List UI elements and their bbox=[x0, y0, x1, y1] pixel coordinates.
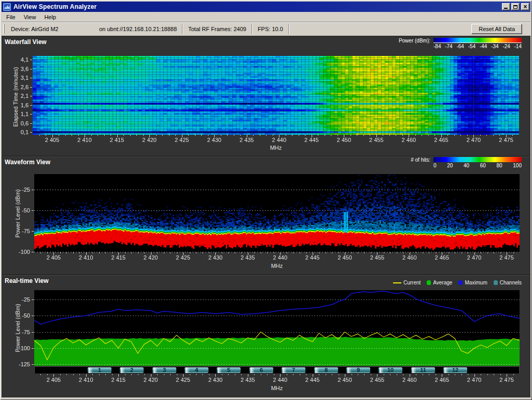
channel-number: 12 bbox=[443, 367, 467, 373]
channel-number: 11 bbox=[411, 367, 435, 373]
total-frames-label: Total RF Frames: 2409 bbox=[184, 26, 250, 32]
y-tick-label: -100 bbox=[2, 345, 30, 351]
realtime-x-axis-unit: MHz bbox=[261, 385, 292, 391]
y-tick-mark bbox=[32, 332, 34, 333]
x-tick-label: 2 420 bbox=[135, 254, 166, 261]
x-tick-label: 2 460 bbox=[394, 254, 425, 261]
y-tick-mark bbox=[32, 364, 34, 365]
hits-tick-label: 60 bbox=[480, 163, 486, 168]
x-tick-label: 2 450 bbox=[328, 137, 359, 143]
power-tick-label: -74 bbox=[445, 44, 452, 49]
x-tick-label: 2 450 bbox=[329, 377, 360, 383]
x-tick-label: 2 465 bbox=[426, 377, 457, 383]
maximize-button[interactable] bbox=[511, 3, 520, 10]
menu-bar: FileViewHelp bbox=[2, 12, 530, 22]
toolbar-separator bbox=[288, 24, 289, 34]
x-tick-label: 2 465 bbox=[426, 254, 457, 261]
channel-number: 2 bbox=[120, 367, 144, 373]
x-tick-label: 2 445 bbox=[296, 137, 327, 143]
y-tick-label: -75 bbox=[2, 329, 30, 335]
hits-gradient-ticks: 020406080100 bbox=[433, 163, 522, 168]
wifi-channel-1: 1 bbox=[88, 367, 111, 373]
reset-all-data-button[interactable]: Reset All Data bbox=[471, 24, 522, 34]
x-tick-label: 2 445 bbox=[297, 377, 328, 383]
channel-number: 9 bbox=[346, 367, 370, 373]
wifi-channel-11: 11 bbox=[411, 367, 435, 373]
x-tick-label: 2 475 bbox=[491, 254, 522, 261]
channel-number: 4 bbox=[185, 367, 208, 373]
x-tick-label: 2 455 bbox=[361, 254, 393, 261]
wifi-channel-5: 5 bbox=[217, 367, 241, 373]
x-tick-label: 2 470 bbox=[459, 254, 490, 261]
menu-item-file[interactable]: File bbox=[2, 13, 20, 21]
title-bar: AirView Spectrum Analyzer × bbox=[2, 2, 530, 12]
waterfall-view-panel: Waterfall View Power (dBm): -84-74-64-54… bbox=[2, 36, 530, 156]
channel-number: 8 bbox=[314, 367, 338, 373]
hits-tick-label: 0 bbox=[433, 163, 437, 168]
y-tick-mark bbox=[30, 114, 32, 115]
channel-number: 3 bbox=[152, 367, 176, 373]
x-tick-label: 2 410 bbox=[71, 377, 102, 383]
legend-item-average: Average bbox=[427, 280, 452, 285]
x-tick-label: 2 425 bbox=[166, 137, 198, 143]
realtime-legend: CurrentAverageMaximumChannels bbox=[393, 280, 522, 285]
power-gradient-ticks: -84-74-64-54-44-34-24-14 bbox=[433, 44, 522, 49]
y-tick-mark bbox=[30, 105, 32, 106]
x-tick-label: 2 460 bbox=[394, 377, 425, 383]
power-tick-label: -24 bbox=[502, 44, 510, 49]
power-tick-label: -34 bbox=[491, 44, 498, 49]
x-tick-label: 2 415 bbox=[102, 137, 133, 143]
toolbar-gripper[interactable] bbox=[3, 24, 5, 34]
hits-colorbar-legend: # of hits: 020406080100 bbox=[411, 157, 522, 168]
channel-number: 7 bbox=[282, 367, 305, 373]
y-tick-mark bbox=[32, 252, 34, 252]
y-tick-mark bbox=[32, 231, 34, 232]
wifi-channel-10: 10 bbox=[379, 367, 402, 373]
x-tick-label: 2 470 bbox=[459, 377, 490, 383]
menu-item-help[interactable]: Help bbox=[40, 13, 60, 21]
hits-tick-label: 40 bbox=[464, 163, 469, 168]
x-tick-label: 2 420 bbox=[134, 137, 165, 143]
device-status: Device: AirGrid M2 on ubnt://192.168.10.… bbox=[7, 26, 181, 32]
x-tick-label: 2 460 bbox=[393, 137, 424, 143]
hits-tick-label: 20 bbox=[447, 163, 453, 168]
channel-number: 5 bbox=[217, 367, 241, 373]
minimize-button[interactable] bbox=[502, 3, 510, 10]
fps-label: FPS: 10.0 bbox=[254, 26, 287, 32]
x-tick-label: 2 425 bbox=[167, 254, 199, 261]
y-tick-label: 4,1 bbox=[2, 56, 29, 63]
toolbar-separator bbox=[251, 24, 253, 34]
power-tick-label: -84 bbox=[433, 44, 441, 49]
menu-item-view[interactable]: View bbox=[20, 13, 40, 21]
x-tick-label: 2 410 bbox=[69, 137, 100, 143]
legend-label: Average bbox=[433, 280, 452, 285]
average-legend-marker-icon bbox=[427, 280, 431, 285]
waveform-plot-canvas bbox=[34, 174, 520, 252]
y-tick-label: -25 bbox=[2, 187, 30, 193]
y-tick-mark bbox=[30, 96, 32, 96]
current-legend-marker-icon bbox=[393, 282, 401, 283]
wifi-channel-6: 6 bbox=[249, 367, 273, 373]
waterfall-plot-canvas bbox=[33, 56, 519, 135]
y-tick-label: -125 bbox=[2, 361, 30, 367]
x-tick-label: 2 410 bbox=[71, 254, 102, 261]
realtime-view-panel: Real-time View CurrentAverageMaximumChan… bbox=[2, 275, 530, 397]
y-tick-label: -75 bbox=[2, 228, 30, 234]
y-tick-label: 2,1 bbox=[2, 93, 29, 99]
legend-label: Current bbox=[403, 280, 421, 285]
x-tick-label: 2 435 bbox=[232, 377, 263, 383]
hits-legend-label: # of hits: bbox=[411, 157, 430, 163]
waterfall-panel-title: Waterfall View bbox=[5, 38, 47, 46]
y-tick-label: 3,1 bbox=[2, 75, 29, 81]
legend-label: Channels bbox=[500, 280, 522, 285]
y-tick-label: -100 bbox=[2, 249, 30, 255]
y-tick-mark bbox=[30, 123, 32, 124]
x-tick-label: 2 425 bbox=[167, 377, 199, 383]
close-button[interactable]: × bbox=[521, 3, 529, 10]
waveform-panel-title: Waveform View bbox=[5, 159, 50, 166]
x-tick-label: 2 430 bbox=[200, 377, 231, 383]
app-icon[interactable] bbox=[3, 3, 11, 11]
y-tick-mark bbox=[32, 210, 34, 211]
x-tick-label: 2 475 bbox=[491, 137, 522, 143]
channels-legend-marker-icon bbox=[494, 280, 498, 285]
